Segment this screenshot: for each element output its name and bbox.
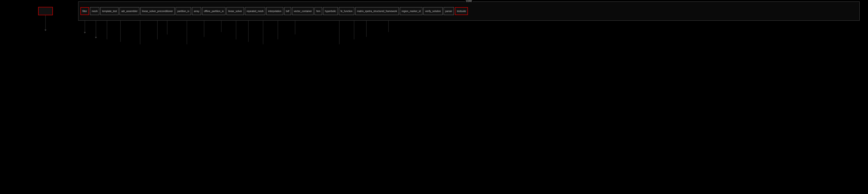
nodes-row: filtermeshtemplate_testadr_assemblerline… — [79, 2, 859, 21]
node-adr_assembler[interactable]: adr_assembler — [120, 7, 139, 15]
main-container: core filtermeshtemplate_testadr_assemble… — [0, 0, 868, 194]
left-box — [38, 7, 53, 15]
svg-marker-1 — [44, 30, 46, 31]
core-container: core filtermeshtemplate_testadr_assemble… — [78, 1, 860, 21]
node-partition_io[interactable]: partition_io — [176, 7, 191, 15]
node-parser[interactable]: parser — [443, 7, 454, 15]
node-bdf[interactable]: bdf — [284, 7, 291, 15]
node-offline_partition_io[interactable]: offline_partition_io — [202, 7, 225, 15]
node-hyperbolic[interactable]: hyperbolic — [323, 7, 338, 15]
node-interpolation[interactable]: interpolation — [266, 7, 283, 15]
node-verify_solution[interactable]: verify_solution — [424, 7, 443, 15]
node-matrix_epetra_structured_framework[interactable]: matrix_epetra_structured_framework — [355, 7, 399, 15]
node-array[interactable]: array — [192, 7, 201, 15]
core-label: core — [465, 0, 473, 3]
node-region_marker_id[interactable]: region_marker_id — [400, 7, 423, 15]
svg-marker-3 — [84, 32, 86, 33]
node-vector_container[interactable]: vector_container — [292, 7, 314, 15]
node-linear_solver[interactable]: linear_solver — [226, 7, 244, 15]
node-filter[interactable]: filter — [81, 7, 89, 15]
node-mesh[interactable]: mesh — [90, 7, 99, 15]
connector-svg — [0, 0, 868, 194]
node-testsuite[interactable]: testsuite — [455, 7, 468, 15]
node-fem[interactable]: fem — [314, 7, 322, 15]
node-linear_solver_preconditioner[interactable]: linear_solver_preconditioner — [141, 7, 175, 15]
node-repeated_mesh[interactable]: repeated_mesh — [245, 7, 266, 15]
node-template_test[interactable]: template_test — [100, 7, 119, 15]
svg-marker-5 — [95, 37, 97, 38]
node-fe_function[interactable]: fe_function — [339, 7, 354, 15]
